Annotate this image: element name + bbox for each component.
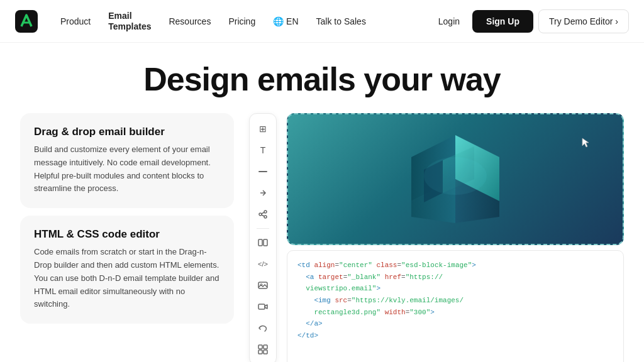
feature-card-html-css: HTML & CSS code editor Code emails from … — [20, 216, 234, 324]
nav-item-product[interactable]: Product — [53, 11, 98, 31]
cursor-indicator — [581, 137, 592, 148]
toolbar-icon-code[interactable]: </> — [254, 255, 272, 273]
nav-item-talk-to-sales[interactable]: Talk to Sales — [309, 11, 374, 31]
logo[interactable] — [15, 10, 38, 33]
toolbar-icon-photo[interactable] — [254, 277, 272, 294]
nav-links: Product Email Templates Resources Pricin… — [53, 6, 426, 37]
feature-title-html-css: HTML & CSS code editor — [34, 228, 220, 241]
feature-card-drag-drop: Drag & drop email builder Build and cust… — [20, 113, 234, 208]
svg-rect-13 — [264, 345, 267, 349]
svg-rect-7 — [258, 239, 262, 246]
signup-button[interactable]: Sign Up — [472, 10, 533, 33]
svg-point-2 — [264, 211, 267, 213]
toolbar-icon-video[interactable] — [254, 298, 272, 315]
svg-rect-0 — [15, 10, 38, 33]
3d-cube-image — [392, 123, 518, 236]
svg-point-22 — [424, 157, 487, 195]
navbar: Product Email Templates Resources Pricin… — [0, 0, 644, 43]
code-block: <td align="center" class="esd-block-imag… — [287, 250, 624, 362]
code-line-6: </a> — [297, 318, 613, 330]
toolbar-icon-social[interactable] — [254, 184, 272, 202]
svg-rect-15 — [264, 350, 267, 354]
code-line-4: <img src="https://kvly.email/images/ — [297, 295, 613, 307]
toolbar-icon-share[interactable] — [254, 206, 272, 223]
feature-title-drag-drop: Drag & drop email builder — [34, 126, 220, 138]
toolbar-icon-grid[interactable] — [254, 341, 272, 358]
toolbar-icon-text[interactable]: T — [254, 141, 272, 159]
code-line-2: <a target="_blank" href="https:// — [297, 272, 613, 283]
code-line-3: viewstripo.email"> — [297, 283, 613, 295]
feature-desc-drag-drop: Build and customize every element of you… — [34, 143, 220, 195]
svg-rect-11 — [258, 304, 265, 309]
svg-point-3 — [259, 213, 262, 216]
svg-rect-8 — [264, 239, 267, 246]
svg-point-4 — [264, 216, 267, 218]
feature-desc-html-css: Code emails from scratch or start in the… — [34, 246, 220, 311]
code-line-5: rectangle3d.png" width="300"> — [297, 307, 613, 319]
code-line-1: <td align="center" class="esd-block-imag… — [297, 260, 613, 272]
svg-line-6 — [262, 215, 264, 216]
editor-toolbar: ⊞ T </> — [249, 113, 277, 362]
svg-rect-14 — [258, 350, 262, 354]
svg-rect-1 — [258, 171, 267, 172]
nav-actions: Login Sign Up Try Demo Editor › — [431, 9, 629, 33]
nav-item-language[interactable]: 🌐 EN — [265, 11, 306, 31]
toolbar-icon-image[interactable]: ⊞ — [254, 120, 272, 138]
nav-item-resources[interactable]: Resources — [161, 11, 218, 31]
toolbar-icon-columns[interactable] — [254, 234, 272, 251]
features-column: Drag & drop email builder Build and cust… — [20, 113, 234, 362]
try-demo-button[interactable]: Try Demo Editor › — [538, 9, 629, 33]
login-link[interactable]: Login — [431, 11, 467, 31]
toolbar-divider-1 — [257, 228, 269, 229]
toolbar-icon-divider[interactable] — [254, 163, 272, 180]
code-line-7: </td> — [297, 330, 613, 342]
svg-rect-12 — [258, 345, 262, 349]
hero-title: Design emails your way — [0, 43, 644, 113]
main-content: Drag & drop email builder Build and cust… — [0, 113, 644, 362]
nav-item-pricing[interactable]: Pricing — [221, 11, 263, 31]
image-block[interactable] — [287, 113, 624, 245]
nav-item-email-templates[interactable]: Email Templates — [101, 6, 158, 37]
svg-line-5 — [262, 212, 264, 214]
toolbar-icon-undo[interactable] — [254, 319, 272, 337]
editor-preview: ⊞ T </> — [249, 113, 624, 362]
canvas-area: <td align="center" class="esd-block-imag… — [287, 113, 624, 362]
